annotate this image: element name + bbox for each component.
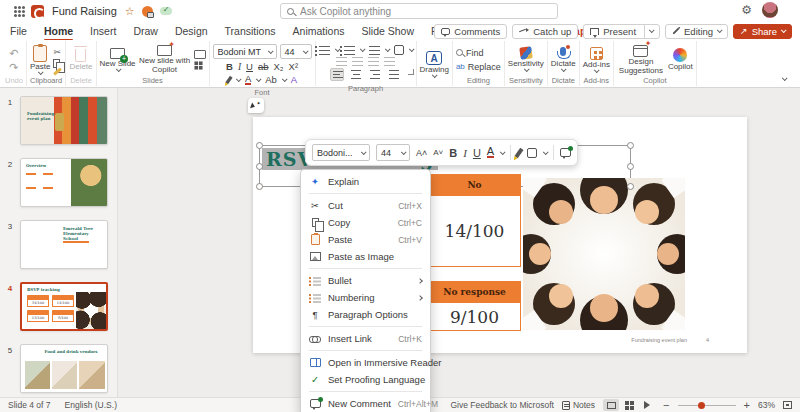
context-menu-item-bullet[interactable]: Bullet bbox=[301, 272, 430, 289]
zoom-in-button[interactable]: + bbox=[744, 399, 750, 411]
zoom-out-button[interactable]: − bbox=[663, 399, 669, 411]
paste-button[interactable]: Paste bbox=[30, 45, 50, 75]
editing-mode-button[interactable]: Editing bbox=[665, 24, 728, 39]
share-button[interactable]: ↗ Share bbox=[733, 24, 792, 39]
new-slide-button[interactable]: New Slide bbox=[100, 48, 136, 72]
redo-icon[interactable]: ↷ bbox=[9, 62, 18, 72]
zoom-slider[interactable] bbox=[678, 405, 736, 406]
account-avatar[interactable] bbox=[762, 2, 778, 18]
comments-button[interactable]: Comments bbox=[434, 24, 507, 39]
context-menu-item-cut[interactable]: ✂CutCtrl+X bbox=[301, 197, 430, 214]
present-dropdown[interactable] bbox=[644, 25, 653, 38]
find-button[interactable]: Find bbox=[456, 48, 501, 58]
slide-sorter-view-button[interactable] bbox=[621, 399, 637, 411]
sensitivity-button[interactable]: Sensitivity bbox=[508, 47, 544, 72]
catch-up-button[interactable]: Catch up bbox=[512, 24, 578, 39]
slide-counter[interactable]: Slide 4 of 7 bbox=[8, 400, 51, 410]
mini-bold-button[interactable]: B bbox=[449, 147, 457, 159]
sensitivity-label-icon[interactable] bbox=[142, 6, 153, 17]
numbering-button[interactable] bbox=[344, 46, 355, 55]
replace-button[interactable]: ab Replace bbox=[456, 62, 501, 72]
tab-design[interactable]: Design bbox=[175, 25, 208, 37]
mini-paste-options-button[interactable] bbox=[527, 148, 537, 158]
selection-handle[interactable] bbox=[256, 142, 263, 149]
slide-thumbnail-1[interactable]: Fundraising event plan bbox=[20, 96, 108, 145]
align-center-button[interactable] bbox=[349, 68, 363, 81]
slideshow-view-button[interactable] bbox=[639, 399, 655, 411]
context-menu-item-numbering[interactable]: Numbering bbox=[301, 289, 430, 306]
tab-slide-show[interactable]: Slide Show bbox=[362, 25, 415, 37]
selection-handle[interactable] bbox=[627, 163, 634, 170]
delete-button[interactable]: Delete bbox=[69, 49, 92, 71]
tab-draw[interactable]: Draw bbox=[133, 25, 158, 37]
table-header-no-response[interactable]: No response bbox=[428, 281, 521, 302]
font-name-select[interactable]: Bodoni MT bbox=[213, 44, 277, 59]
selection-handle[interactable] bbox=[256, 183, 263, 190]
mini-italic-button[interactable]: I bbox=[463, 147, 467, 159]
mini-new-comment-button[interactable] bbox=[560, 148, 571, 157]
context-menu-item-new-comment[interactable]: New CommentCtrl+Alt+M bbox=[301, 395, 430, 412]
table-value-no-response[interactable]: 9/100 bbox=[428, 302, 521, 331]
powerpoint-logo-icon[interactable] bbox=[31, 5, 44, 18]
italic-button[interactable]: I bbox=[238, 62, 241, 72]
grow-font-button[interactable]: A˄ bbox=[416, 148, 427, 158]
app-launcher-icon[interactable] bbox=[14, 6, 17, 9]
collapse-ribbon-icon[interactable] bbox=[782, 75, 788, 81]
bullets-button[interactable] bbox=[319, 46, 330, 55]
paragraph-dialog-launcher[interactable] bbox=[408, 69, 414, 75]
addins-button[interactable]: Add-ins bbox=[583, 47, 610, 73]
slide-thumbnail-4-selected[interactable]: RSVP tracking 34/100 14/100 13/100 9/100 bbox=[20, 282, 108, 331]
favorite-star-icon[interactable]: ☆ bbox=[125, 5, 135, 18]
mini-font-size-select[interactable]: 44 bbox=[376, 144, 410, 161]
table-value-no[interactable]: 14/100 bbox=[428, 195, 521, 267]
cursor-sparkle-button[interactable] bbox=[248, 98, 264, 113]
dictate-button[interactable]: Dictate bbox=[551, 47, 576, 72]
decrease-indent-icon[interactable] bbox=[336, 57, 347, 66]
context-menu-item-copy[interactable]: CopyCtrl+C bbox=[301, 214, 430, 231]
zoom-slider-handle[interactable] bbox=[698, 402, 705, 409]
tab-animations[interactable]: Animations bbox=[293, 25, 345, 37]
subscript-button[interactable]: X₂ bbox=[274, 61, 284, 72]
mini-underline-button[interactable]: U bbox=[473, 147, 481, 159]
context-menu-item-paragraph-options[interactable]: ¶Paragraph Options bbox=[301, 306, 430, 323]
font-size-select[interactable]: 44 bbox=[280, 44, 312, 59]
font-color-button[interactable]: A bbox=[245, 74, 251, 85]
normal-view-button[interactable] bbox=[603, 399, 619, 411]
context-menu-item-open-in-immersive-reader[interactable]: Open in Immersive Reader bbox=[301, 354, 430, 371]
superscript-button[interactable]: X² bbox=[289, 61, 299, 72]
align-left-button[interactable] bbox=[330, 68, 344, 81]
selection-handle[interactable] bbox=[256, 163, 263, 170]
clear-formatting-button[interactable]: A bbox=[291, 74, 297, 85]
saved-status-icon[interactable] bbox=[160, 7, 172, 15]
slide-thumbnail-2[interactable]: Overview bbox=[20, 158, 108, 207]
underline-button[interactable]: U bbox=[246, 61, 253, 72]
highlight-color-button[interactable] bbox=[225, 75, 232, 83]
design-suggestions-button[interactable]: Design Suggestions bbox=[617, 45, 665, 75]
document-title[interactable]: Fund Raising bbox=[52, 5, 117, 17]
context-menu-item-paste[interactable]: PasteCtrl+V bbox=[301, 231, 430, 248]
undo-icon[interactable]: ↶ bbox=[9, 48, 18, 58]
settings-gear-icon[interactable]: ⚙ bbox=[741, 3, 752, 17]
shrink-font-button[interactable]: A˅ bbox=[433, 148, 443, 157]
line-spacing-button[interactable] bbox=[369, 46, 380, 55]
copilot-search-box[interactable]: Ask Copilot anything bbox=[280, 3, 558, 19]
context-menu-item-paste-as-image[interactable]: Paste as Image bbox=[301, 248, 430, 265]
context-menu-item-insert-link[interactable]: Insert LinkCtrl+K bbox=[301, 330, 430, 347]
new-slide-copilot-button[interactable]: New slide with Copilot bbox=[139, 45, 191, 74]
table-header-no[interactable]: No bbox=[428, 174, 521, 195]
fit-to-window-icon[interactable] bbox=[783, 401, 792, 409]
present-button[interactable]: Present bbox=[583, 24, 660, 39]
tab-insert[interactable]: Insert bbox=[90, 25, 116, 37]
kids-circle-photo[interactable] bbox=[523, 178, 685, 330]
slide-thumbnail-3[interactable]: Emerald Tree Elementary School bbox=[20, 220, 108, 269]
increase-indent-icon[interactable] bbox=[352, 57, 363, 66]
left-to-right-icon[interactable] bbox=[368, 57, 379, 66]
notes-toggle[interactable]: Notes bbox=[562, 400, 595, 410]
cut-button[interactable]: ✂ bbox=[53, 47, 62, 57]
strikethrough-button[interactable]: ab bbox=[258, 61, 269, 72]
copy-button[interactable] bbox=[53, 59, 60, 68]
tab-file[interactable]: File bbox=[10, 25, 27, 37]
character-spacing-button[interactable]: Ab bbox=[265, 74, 277, 85]
context-menu-item-set-proofing-language[interactable]: ✓Set Proofing Language bbox=[301, 371, 430, 388]
language-status[interactable]: English (U.S.) bbox=[65, 400, 117, 410]
